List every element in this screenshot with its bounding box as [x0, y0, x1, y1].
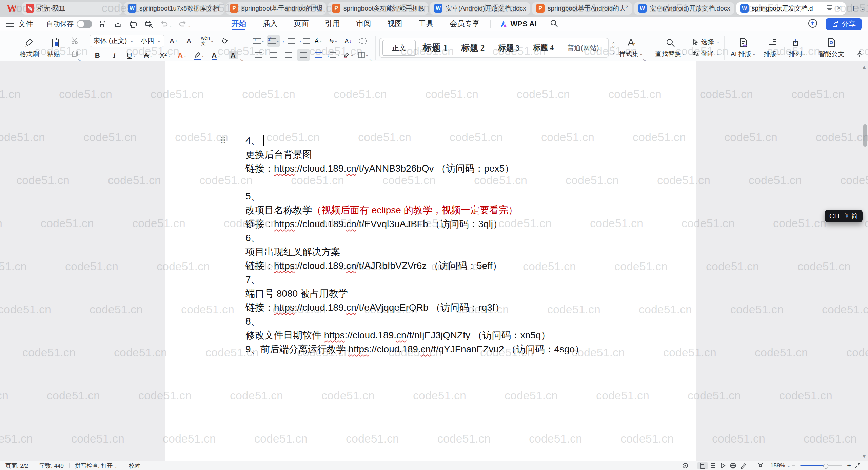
style-scroll-up-icon[interactable]: ˄: [612, 41, 615, 45]
decrease-indent-button[interactable]: ←: [282, 35, 295, 47]
page-view-icon[interactable]: [697, 462, 708, 469]
scroll-up-arrow[interactable]: ▲: [862, 64, 867, 70]
ai-layout-button[interactable]: AI 排版⌄: [727, 38, 760, 58]
increase-font-button[interactable]: A+: [166, 35, 181, 47]
character-shading-button[interactable]: A: [225, 50, 241, 61]
font-name-select[interactable]: 宋体 (正文)⌄: [90, 36, 137, 45]
arrange-button[interactable]: 排列⌄: [785, 38, 810, 58]
align-right-button[interactable]: [282, 49, 295, 61]
vertical-scrollbar[interactable]: [863, 124, 867, 147]
fit-page-icon[interactable]: [755, 462, 766, 469]
zoom-out-button[interactable]: −: [790, 462, 797, 470]
italic-button[interactable]: I: [106, 50, 122, 61]
underline-button[interactable]: U⌄: [123, 50, 139, 61]
style-item[interactable]: 正文: [382, 40, 416, 56]
document-tab[interactable]: W安卓(Android)开放文档.docx: [430, 2, 530, 15]
read-mode-icon[interactable]: [718, 462, 728, 469]
scroll-down-arrow[interactable]: ▼: [862, 453, 867, 459]
document-tab[interactable]: Wspringboot1u7x8数据库文档.d: [124, 2, 224, 15]
wps-logo[interactable]: W: [4, 2, 20, 15]
spellcheck-status[interactable]: 拼写检查: 打开 ⌄: [75, 462, 117, 470]
zoom-slider-knob[interactable]: [823, 464, 828, 469]
ribbon-tab-会员专享[interactable]: 会员专享: [441, 17, 488, 31]
document-tab[interactable]: 稻壳·双11: [22, 2, 122, 15]
smart-doc-button[interactable]: 智能公文: [814, 38, 848, 58]
document-tab[interactable]: Pspringboot基于Android的大学: [532, 2, 632, 15]
style-item[interactable]: 标题 1: [416, 40, 454, 56]
text-effects-button[interactable]: A⌄: [174, 50, 190, 61]
increase-indent-button[interactable]: →: [297, 35, 310, 47]
line-spacing-button[interactable]: ↕⌄: [327, 49, 340, 61]
clear-format-button[interactable]: [217, 35, 232, 47]
zoom-in-button[interactable]: +: [846, 462, 852, 470]
style-item[interactable]: 普通(网站): [560, 41, 606, 55]
ribbon-tab-开始[interactable]: 开始: [223, 17, 254, 31]
paragraph-drag-handle[interactable]: ⠿: [220, 137, 226, 146]
sort-button[interactable]: A↓: [341, 35, 355, 47]
document-tab[interactable]: Pspringboot基于andriod的电影: [226, 2, 326, 15]
bold-button[interactable]: B: [90, 50, 105, 61]
document-tab[interactable]: Wspringboot开发文档.d✕: [736, 2, 846, 15]
eye-protection-icon[interactable]: [680, 462, 690, 469]
align-center-button[interactable]: [267, 49, 280, 61]
document-page[interactable]: ⠿ 4、更换后台背景图链接：https://cloud.189.cn/t/yAN…: [165, 61, 696, 461]
file-menu[interactable]: 文件: [18, 19, 38, 29]
numbered-list-button[interactable]: 1⃰⌄: [267, 35, 280, 47]
web-layout-icon[interactable]: [728, 462, 738, 469]
print-preview-icon[interactable]: [144, 20, 153, 28]
layout-button[interactable]: 排版⌄: [760, 38, 785, 58]
decrease-font-button[interactable]: A−: [183, 35, 198, 47]
select-button[interactable]: 选择⌄: [692, 38, 719, 46]
translate-button[interactable]: 翻译⌄: [692, 49, 719, 58]
text-direction-button[interactable]: A⃗⌄: [312, 35, 325, 47]
ribbon-tab-工具[interactable]: 工具: [410, 17, 441, 31]
ribbon-tab-页面[interactable]: 页面: [285, 17, 317, 31]
highlight-color-button[interactable]: ⌄: [191, 50, 207, 61]
distribute-button[interactable]: [312, 49, 325, 61]
export-icon[interactable]: [113, 20, 122, 28]
fullscreen-icon[interactable]: [852, 462, 863, 469]
redo-button[interactable]: ⌄: [179, 20, 191, 28]
word-count[interactable]: 字数: 449: [39, 462, 64, 470]
bullet-list-button[interactable]: ⋮⌄: [252, 35, 265, 47]
style-gallery-expand-icon[interactable]: ⌄: [612, 50, 615, 54]
autosave-toggle[interactable]: [77, 20, 92, 28]
style-item[interactable]: 标题 4: [526, 41, 560, 55]
style-item[interactable]: 标题 2: [454, 40, 491, 56]
pinyin-guide-button[interactable]: wén文⌄: [200, 35, 215, 47]
justify-button[interactable]: [297, 49, 310, 61]
search-icon[interactable]: [550, 19, 558, 29]
tab-list-chevron-icon[interactable]: ⌄: [861, 6, 865, 11]
zoom-slider[interactable]: [800, 465, 842, 466]
paste-button[interactable]: 粘贴⌄: [43, 37, 68, 59]
style-item[interactable]: 标题 3: [491, 41, 526, 55]
ribbon-pin-icon[interactable]: [856, 50, 863, 59]
style-set-button[interactable]: 样式集⌄: [615, 38, 647, 58]
wps-ai-menu[interactable]: WPS AI: [493, 20, 542, 28]
print-icon[interactable]: [129, 20, 138, 28]
cut-icon[interactable]: [71, 37, 79, 46]
cloud-upload-icon[interactable]: [807, 18, 818, 30]
ribbon-tab-视图[interactable]: 视图: [379, 17, 410, 31]
document-tab[interactable]: W安卓(Android)开放文档.docx: [634, 2, 734, 15]
ribbon-tab-插入[interactable]: 插入: [254, 17, 285, 31]
style-scroll-down-icon[interactable]: ˅: [612, 46, 615, 50]
align-left-button[interactable]: [252, 49, 265, 61]
ribbon-tab-引用[interactable]: 引用: [317, 17, 348, 31]
hamburger-menu-icon[interactable]: [6, 21, 14, 27]
zoom-level[interactable]: 158%: [770, 462, 785, 469]
document-tab[interactable]: Pspringboot多功能智能手机阅读: [328, 2, 428, 15]
ribbon-tab-审阅[interactable]: 审阅: [348, 17, 379, 31]
superscript-button[interactable]: X²⌄: [157, 50, 173, 61]
borders-button[interactable]: ⌄: [356, 49, 370, 61]
format-painter-button[interactable]: 格式刷: [16, 37, 43, 59]
ink-pen-icon[interactable]: [738, 462, 748, 469]
outline-view-icon[interactable]: [708, 462, 718, 469]
font-size-select[interactable]: 小四⌄: [137, 36, 164, 45]
char-grid-button[interactable]: [356, 35, 370, 47]
proofread-button[interactable]: 校对: [129, 462, 140, 470]
wrap-button[interactable]: ⇆⌄: [327, 35, 340, 47]
save-icon[interactable]: [98, 20, 106, 28]
undo-button[interactable]: ⌄: [160, 20, 172, 28]
close-tab-icon[interactable]: ✕: [836, 5, 842, 12]
